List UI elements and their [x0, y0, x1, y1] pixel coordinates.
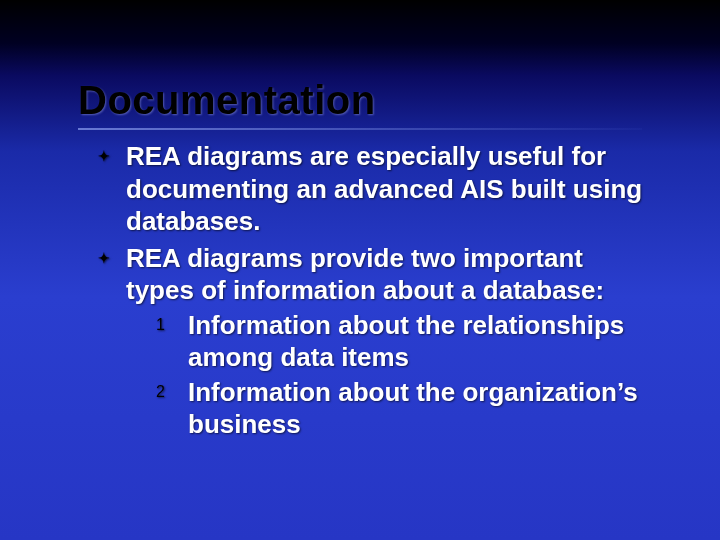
bullet-text: REA diagrams provide two important types…	[126, 243, 604, 306]
number-marker: 2	[156, 382, 165, 402]
numbered-text: Information about the organization’s bus…	[188, 377, 638, 440]
numbered-text: Information about the relationships amon…	[188, 310, 624, 373]
slide: Documentation ✦ REA diagrams are especia…	[0, 0, 720, 540]
bullet-text: REA diagrams are especially useful for d…	[126, 141, 642, 236]
bullet-icon: ✦	[98, 250, 110, 268]
slide-body: ✦ REA diagrams are especially useful for…	[98, 140, 646, 445]
slide-title: Documentation	[78, 78, 376, 123]
number-marker: 1	[156, 315, 165, 335]
numbered-item: 2 Information about the organization’s b…	[126, 376, 646, 441]
title-underline	[78, 128, 642, 130]
bullet-item: ✦ REA diagrams provide two important typ…	[98, 242, 646, 441]
bullet-icon: ✦	[98, 148, 110, 166]
numbered-item: 1 Information about the relationships am…	[126, 309, 646, 374]
bullet-item: ✦ REA diagrams are especially useful for…	[98, 140, 646, 238]
